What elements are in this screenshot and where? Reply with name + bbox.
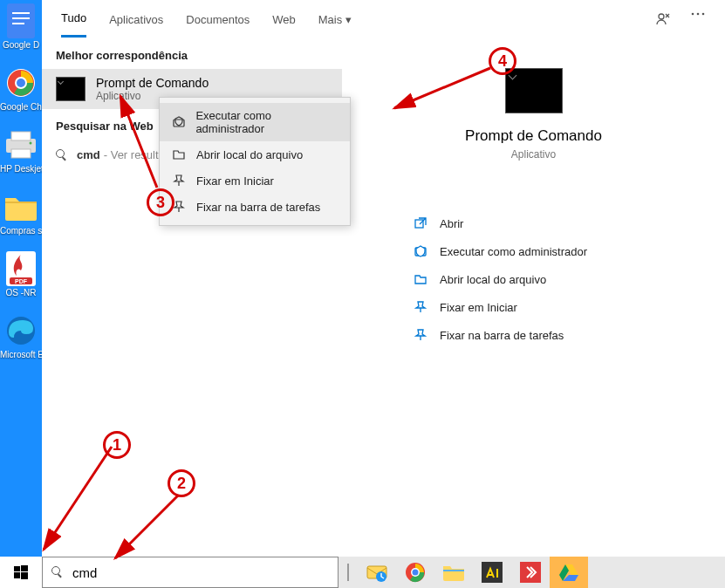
- folder-open-icon: [414, 272, 427, 286]
- action-open[interactable]: Abrir: [414, 209, 725, 237]
- pin-taskbar-icon: [172, 200, 186, 214]
- svg-point-7: [17, 79, 25, 87]
- web-result-query: cmd: [77, 148, 100, 161]
- action-run-admin[interactable]: Executar como administrador: [414, 237, 725, 265]
- desktop-icon-label: OS -NR: [0, 288, 42, 297]
- action-label: Abrir local do arquivo: [440, 273, 546, 286]
- admin-icon: [414, 244, 427, 258]
- search-tabs: Tudo Aplicativos Documentos Web Mais▾: [42, 0, 725, 38]
- taskbar-icon-outlook[interactable]: [358, 557, 396, 588]
- pin-start-icon: [414, 300, 427, 314]
- svg-rect-3: [12, 23, 24, 24]
- svg-text:PDF: PDF: [15, 278, 28, 284]
- tab-mais[interactable]: Mais▾: [318, 3, 352, 37]
- feedback-icon[interactable]: [655, 11, 671, 27]
- tab-aplicativos[interactable]: Aplicativos: [109, 3, 163, 37]
- docs-icon: [3, 3, 38, 38]
- start-button[interactable]: [0, 557, 42, 588]
- taskbar-search-box[interactable]: [42, 557, 339, 588]
- svg-point-11: [30, 142, 32, 145]
- svg-rect-0: [7, 3, 35, 38]
- taskbar-icon-explorer[interactable]: [434, 557, 473, 588]
- desktop-icon-chrome[interactable]: Google Chrome: [0, 65, 42, 112]
- admin-icon: [172, 115, 185, 129]
- folder-icon: [3, 189, 38, 224]
- svg-rect-34: [520, 562, 541, 583]
- svg-rect-32: [443, 570, 464, 571]
- ctx-pin-taskbar[interactable]: Fixar na barra de tarefas: [160, 194, 350, 220]
- search-panel: Tudo Aplicativos Documentos Web Mais▾ Me…: [42, 0, 725, 557]
- windows-icon: [14, 565, 28, 579]
- ctx-label: Fixar na barra de tarefas: [196, 201, 320, 214]
- svg-point-17: [692, 13, 694, 16]
- context-menu: Executar como administrador Abrir local …: [159, 97, 351, 226]
- ctx-label: Fixar em Iniciar: [196, 174, 274, 188]
- svg-point-31: [413, 570, 419, 576]
- folder-open-icon: [172, 147, 186, 161]
- action-pin-taskbar[interactable]: Fixar na barra de tarefas: [414, 321, 725, 349]
- tab-tudo[interactable]: Tudo: [61, 1, 86, 38]
- chrome-icon: [3, 65, 38, 100]
- action-label: Abrir: [440, 217, 463, 230]
- more-icon[interactable]: [690, 11, 706, 27]
- ctx-label: Abrir local do arquivo: [196, 148, 303, 161]
- svg-point-18: [697, 13, 700, 16]
- action-label: Executar como administrador: [440, 245, 587, 258]
- ctx-label: Executar como administrador: [195, 109, 338, 135]
- taskbar-icon-chrome[interactable]: [396, 557, 434, 588]
- tab-web[interactable]: Web: [272, 3, 296, 37]
- desktop-icon-google-docs[interactable]: Google D: [0, 3, 42, 50]
- svg-rect-24: [21, 565, 28, 571]
- tab-documentos[interactable]: Documentos: [186, 3, 250, 37]
- action-pin-start[interactable]: Fixar em Iniciar: [414, 293, 725, 321]
- action-label: Fixar em Iniciar: [440, 301, 517, 314]
- details-title: Prompt de Comando: [342, 127, 725, 145]
- svg-rect-1: [12, 12, 30, 14]
- svg-point-16: [659, 14, 664, 19]
- ctx-pin-start[interactable]: Fixar em Iniciar: [160, 168, 350, 194]
- best-match-label: Melhor correspondência: [42, 38, 342, 69]
- details-pane: Prompt de Comando Aplicativo Abrir Execu…: [342, 38, 725, 349]
- taskbar-icon-anydesk[interactable]: [511, 557, 550, 588]
- desktop-icon-label: Compras suprime: [0, 226, 42, 236]
- desktop-icon-label: Google Chrome: [0, 102, 42, 112]
- taskbar-icon-sticky[interactable]: [473, 557, 511, 588]
- taskbar: [0, 557, 725, 588]
- svg-rect-23: [14, 566, 20, 571]
- search-icon: [56, 149, 68, 161]
- tab-mais-label: Mais: [318, 13, 342, 26]
- desktop-icon-label: Google D: [0, 40, 42, 50]
- svg-rect-26: [21, 572, 28, 579]
- printer-icon: [3, 127, 38, 162]
- desktop-icon-folder[interactable]: Compras suprime: [0, 189, 42, 236]
- svg-point-19: [702, 13, 705, 16]
- ctx-open-location[interactable]: Abrir local do arquivo: [160, 141, 350, 168]
- chevron-down-icon: ▾: [345, 13, 352, 26]
- taskbar-icon-drive[interactable]: [550, 557, 588, 588]
- edge-icon: [3, 313, 38, 348]
- open-icon: [414, 216, 427, 230]
- desktop-icon-pdf[interactable]: PDF OS -NR: [0, 251, 42, 297]
- details-actions: Abrir Executar como administrador Abrir …: [342, 209, 725, 349]
- svg-rect-25: [14, 572, 20, 578]
- cmd-icon: [56, 77, 85, 101]
- pdf-icon: PDF: [3, 251, 38, 286]
- taskbar-pinned-apps: [358, 557, 588, 588]
- svg-rect-20: [415, 220, 423, 228]
- svg-rect-10: [11, 149, 31, 158]
- desktop-icons: Google D Google Chrome HP Deskjet 2540 s…: [0, 0, 42, 359]
- svg-rect-2: [12, 17, 30, 19]
- action-open-location[interactable]: Abrir local do arquivo: [414, 265, 725, 293]
- pin-start-icon: [172, 174, 186, 188]
- desktop-icon-label: HP Deskjet 2540 se: [0, 164, 42, 174]
- pin-taskbar-icon: [414, 328, 427, 342]
- taskbar-separator: [347, 564, 349, 581]
- cmd-icon-large: [505, 68, 563, 113]
- details-subtitle: Aplicativo: [342, 148, 725, 161]
- ctx-run-admin[interactable]: Executar como administrador: [160, 103, 350, 141]
- svg-rect-9: [11, 132, 31, 140]
- desktop-icon-edge[interactable]: Microsoft Edge: [0, 313, 42, 359]
- desktop-icon-printer[interactable]: HP Deskjet 2540 se: [0, 127, 42, 174]
- best-match-title: Prompt de Comando: [96, 76, 209, 90]
- taskbar-search-input[interactable]: [72, 565, 329, 580]
